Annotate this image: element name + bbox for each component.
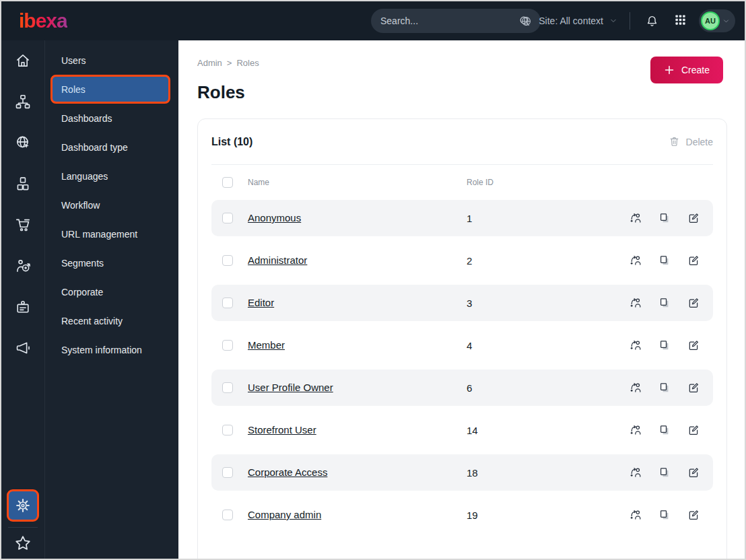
edit-role-button[interactable] (687, 381, 700, 394)
role-name-link[interactable]: Anonymous (248, 212, 301, 223)
submenu-item-label: Corporate (61, 287, 103, 298)
submenu-item[interactable]: Roles (50, 75, 170, 104)
nav-item-products[interactable] (13, 174, 33, 194)
assign-to-users-button[interactable] (629, 423, 642, 437)
row-checkbox[interactable] (222, 510, 233, 520)
row-actions (615, 211, 713, 225)
copy-role-button[interactable] (658, 508, 671, 522)
row-checkbox[interactable] (222, 467, 233, 478)
submenu-item[interactable]: Segments (50, 248, 170, 277)
edit-role-button[interactable] (687, 508, 700, 522)
role-id-value: 14 (467, 425, 615, 436)
nav-item-bookmarks[interactable] (13, 534, 32, 553)
notifications-button[interactable] (642, 11, 662, 31)
role-id-value: 19 (467, 510, 615, 521)
row-checkbox[interactable] (222, 382, 233, 393)
user-menu[interactable]: AU (699, 9, 735, 32)
copy-role-button[interactable] (658, 211, 671, 225)
submenu-item[interactable]: System information (50, 335, 170, 364)
submenu-item[interactable]: Dashboard type (50, 133, 170, 162)
assign-to-users-button[interactable] (629, 381, 642, 394)
edit-role-button[interactable] (687, 466, 700, 479)
role-name-link[interactable]: Storefront User (248, 424, 316, 435)
select-all-checkbox[interactable] (222, 177, 233, 188)
role-name-link[interactable]: Administrator (248, 254, 307, 266)
global-search[interactable] (371, 9, 541, 33)
customers-target-icon (14, 257, 32, 275)
assign-to-users-button[interactable] (629, 296, 642, 310)
avatar: AU (701, 11, 720, 30)
trash-icon (669, 136, 680, 147)
role-name-link[interactable]: Member (248, 339, 285, 351)
copy-icon (658, 211, 671, 225)
nav-item-commerce[interactable] (13, 215, 33, 235)
copy-icon (658, 466, 671, 479)
submenu-item[interactable]: Workflow (50, 190, 170, 219)
nav-item-content[interactable] (13, 92, 33, 112)
edit-icon (687, 423, 700, 437)
create-button[interactable]: Create (650, 57, 723, 83)
top-bar: ibexa Site: All context (1, 1, 745, 40)
assign-to-users-button[interactable] (629, 466, 642, 479)
breadcrumb-admin[interactable]: Admin (197, 58, 222, 68)
submenu-item[interactable]: Dashboards (50, 104, 170, 133)
copy-role-button[interactable] (658, 381, 671, 394)
row-checkbox[interactable] (222, 298, 233, 308)
assign-to-users-button[interactable] (629, 508, 642, 522)
row-checkbox[interactable] (222, 425, 233, 435)
column-header-role-id: Role ID (467, 178, 615, 187)
admin-submenu: Users Roles Dashboards Dashboard type La… (44, 40, 178, 559)
role-id-value: 6 (467, 382, 615, 394)
nav-item-marketing[interactable] (13, 338, 33, 358)
home-icon (14, 52, 32, 69)
nav-item-admin[interactable] (7, 489, 39, 522)
delete-button[interactable]: Delete (669, 136, 713, 147)
submenu-item[interactable]: Corporate (50, 277, 170, 306)
nav-item-site[interactable] (13, 133, 33, 153)
row-checkbox[interactable] (222, 340, 233, 351)
submenu-item[interactable]: URL management (50, 219, 170, 248)
commerce-cart-icon (14, 216, 32, 234)
edit-role-button[interactable] (687, 423, 700, 437)
submenu-item[interactable]: Users (50, 46, 170, 75)
edit-icon (687, 508, 700, 522)
nav-item-customers[interactable] (13, 256, 33, 276)
delete-button-label: Delete (686, 137, 713, 147)
row-checkbox[interactable] (222, 255, 233, 266)
assign-to-users-button[interactable] (629, 254, 642, 267)
assign-to-users-button[interactable] (629, 211, 642, 225)
grid-icon (674, 13, 687, 29)
site-context-selector[interactable]: Site: All context (520, 15, 617, 28)
nav-item-corporate[interactable] (13, 297, 33, 317)
submenu-item[interactable]: Recent activity (50, 306, 170, 335)
star-icon (13, 534, 32, 553)
copy-role-button[interactable] (658, 339, 671, 352)
edit-icon (687, 296, 700, 310)
copy-icon (658, 296, 671, 310)
row-checkbox[interactable] (222, 213, 233, 223)
assign-user-icon (629, 466, 642, 479)
copy-role-button[interactable] (658, 296, 671, 310)
edit-role-button[interactable] (687, 211, 700, 225)
role-name-link[interactable]: Company admin (248, 509, 321, 520)
marketing-megaphone-icon (14, 339, 32, 357)
assign-user-icon (629, 254, 642, 267)
ibexa-logo: ibexa (19, 11, 67, 31)
assign-to-users-button[interactable] (629, 339, 642, 352)
copy-role-button[interactable] (658, 254, 671, 267)
role-name-link[interactable]: Editor (248, 297, 274, 308)
edit-role-button[interactable] (687, 254, 700, 267)
nav-item-home[interactable] (13, 50, 33, 71)
role-name-link[interactable]: Corporate Access (248, 466, 327, 478)
table-row: Editor 3 (211, 285, 713, 321)
submenu-item[interactable]: Languages (50, 162, 170, 190)
copy-role-button[interactable] (658, 423, 671, 437)
corporate-badge-icon (14, 298, 32, 316)
role-name-link[interactable]: User Profile Owner (248, 382, 333, 393)
app-switcher-button[interactable] (671, 11, 689, 32)
search-input[interactable] (380, 15, 518, 26)
edit-role-button[interactable] (687, 296, 700, 310)
bell-icon (645, 14, 659, 28)
edit-role-button[interactable] (687, 339, 700, 352)
copy-role-button[interactable] (658, 466, 671, 479)
